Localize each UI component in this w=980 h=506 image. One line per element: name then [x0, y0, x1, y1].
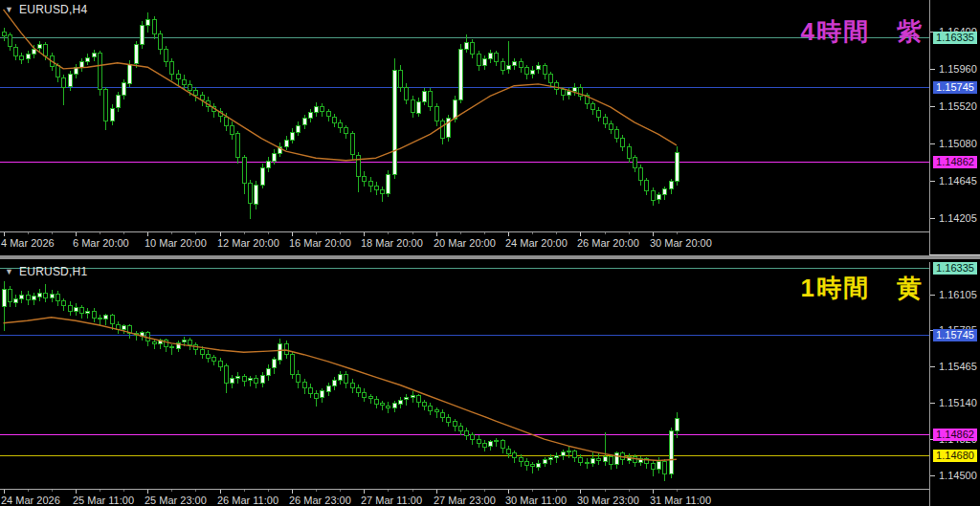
chart-plot-h4[interactable]: ▼ EURUSD,H4 4時間 紫 [0, 0, 929, 231]
level-price-chip: 1.14862 [933, 156, 977, 168]
time-minor-tick [629, 490, 630, 492]
annotation-text-h4: 4時間 紫 [801, 15, 924, 49]
level-price-chip: 1.14680 [933, 450, 977, 462]
time-tick-label: 26 Mar 11:00 [217, 495, 278, 506]
time-tick-mark [292, 490, 293, 494]
price-tick-label: 1.14645 [939, 175, 977, 187]
time-minor-tick [100, 232, 100, 234]
time-tick-label: 27 Mar 23:00 [434, 495, 496, 506]
time-tick-label: 27 Mar 11:00 [361, 495, 422, 506]
time-minor-tick [316, 490, 317, 492]
time-tick-label: 20 Mar 20:00 [434, 237, 496, 249]
time-tick-mark [436, 490, 437, 494]
collapse-icon[interactable]: ▼ [5, 5, 13, 14]
chart-panel-h4: ▼ EURUSD,H4 4時間 紫 4 Mar 20266 Mar 20:001… [0, 0, 980, 254]
time-minor-tick [28, 232, 29, 234]
time-minor-tick [52, 232, 53, 234]
time-tick-label: 24 Mar 20:00 [505, 237, 568, 249]
collapse-icon[interactable]: ▼ [5, 267, 13, 276]
price-tick-label: 1.14205 [939, 212, 977, 225]
time-tick-mark [4, 490, 5, 494]
time-minor-tick [171, 232, 172, 234]
price-tick-label: 1.14500 [939, 470, 977, 482]
price-tick-mark [930, 69, 935, 70]
time-tick-mark [220, 490, 221, 494]
time-tick-mark [147, 490, 148, 494]
time-tick-mark [580, 232, 581, 236]
time-tick-mark [436, 232, 437, 236]
time-tick-label: 10 Mar 20:00 [145, 237, 207, 249]
time-tick-label: 31 Mar 11:00 [650, 495, 711, 506]
time-tick-label: 6 Mar 20:00 [73, 237, 129, 249]
mt4-chart-window: ▼ EURUSD,H4 4時間 紫 4 Mar 20266 Mar 20:001… [0, 0, 980, 506]
time-minor-tick [268, 232, 269, 234]
time-minor-tick [629, 232, 630, 234]
price-tick-mark [930, 366, 935, 367]
time-minor-tick [28, 490, 29, 492]
level-price-chip: 1.14862 [933, 429, 977, 441]
time-axis-h1[interactable]: 24 Mar 202625 Mar 11:0025 Mar 23:0026 Ma… [0, 489, 929, 506]
time-minor-tick [677, 490, 678, 492]
time-tick-label: 12 Mar 20:00 [217, 237, 279, 249]
chart-panel-h1: ▼ EURUSD,H1 1時間 黄 24 Mar 202625 Mar 11:0… [0, 262, 980, 506]
time-minor-tick [244, 232, 245, 234]
time-minor-tick [123, 490, 124, 492]
time-tick-mark [508, 232, 509, 236]
price-tick-mark [930, 475, 935, 476]
price-tick-mark [930, 295, 935, 296]
level-price-chip: 1.16335 [933, 32, 977, 44]
time-minor-tick [460, 490, 461, 492]
time-axis-h4[interactable]: 4 Mar 20266 Mar 20:0010 Mar 20:0012 Mar … [0, 231, 929, 255]
price-axis-h1[interactable]: 1.161051.157851.154651.151401.148201.145… [929, 262, 980, 506]
time-minor-tick [532, 232, 533, 234]
time-tick-label: 26 Mar 20:00 [577, 237, 639, 249]
level-price-chip: 1.15745 [933, 329, 977, 341]
time-tick-label: 30 Mar 23:00 [577, 495, 639, 506]
price-axis-h4[interactable]: 1.164001.159601.155201.150801.146451.142… [929, 0, 980, 254]
time-tick-mark [364, 490, 365, 494]
time-tick-mark [147, 232, 148, 236]
time-tick-label: 25 Mar 11:00 [73, 495, 134, 506]
time-tick-label: 4 Mar 2026 [1, 237, 55, 249]
level-price-chip: 1.15745 [933, 81, 977, 94]
time-tick-label: 25 Mar 23:00 [145, 495, 207, 506]
time-minor-tick [532, 490, 533, 492]
time-minor-tick [605, 232, 606, 234]
time-minor-tick [412, 232, 413, 234]
level-price-chip: 1.16335 [933, 262, 977, 275]
time-minor-tick [316, 232, 317, 234]
chart-plot-h1[interactable]: ▼ EURUSD,H1 1時間 黄 [0, 262, 929, 489]
time-minor-tick [460, 232, 461, 234]
time-minor-tick [677, 232, 678, 234]
annotation-text-h1: 1時間 黄 [801, 272, 924, 305]
time-minor-tick [388, 232, 389, 234]
time-minor-tick [100, 490, 100, 492]
time-minor-tick [484, 490, 485, 492]
time-minor-tick [484, 232, 485, 234]
price-tick-label: 1.15465 [939, 361, 977, 373]
time-tick-mark [220, 232, 221, 236]
time-minor-tick [268, 490, 269, 492]
time-minor-tick [340, 490, 341, 492]
price-tick-label: 1.15080 [939, 138, 977, 150]
time-minor-tick [340, 232, 341, 234]
price-tick-label: 1.16105 [939, 289, 977, 301]
time-tick-mark [580, 490, 581, 494]
time-minor-tick [556, 232, 557, 234]
time-tick-mark [292, 232, 293, 236]
time-minor-tick [388, 490, 389, 492]
time-tick-label: 16 Mar 20:00 [289, 237, 351, 249]
time-tick-mark [76, 490, 77, 494]
time-tick-label: 30 Mar 20:00 [650, 237, 712, 249]
time-minor-tick [195, 232, 196, 234]
time-minor-tick [195, 490, 196, 492]
time-minor-tick [52, 490, 53, 492]
time-tick-mark [76, 232, 77, 236]
chart-title-h1: ▼ EURUSD,H1 [5, 265, 87, 278]
time-tick-mark [508, 490, 509, 494]
panel-splitter[interactable] [0, 254, 980, 262]
price-tick-mark [930, 181, 935, 182]
price-tick-mark [930, 403, 935, 404]
candlestick-canvas-h1 [0, 262, 929, 489]
time-minor-tick [605, 490, 606, 492]
